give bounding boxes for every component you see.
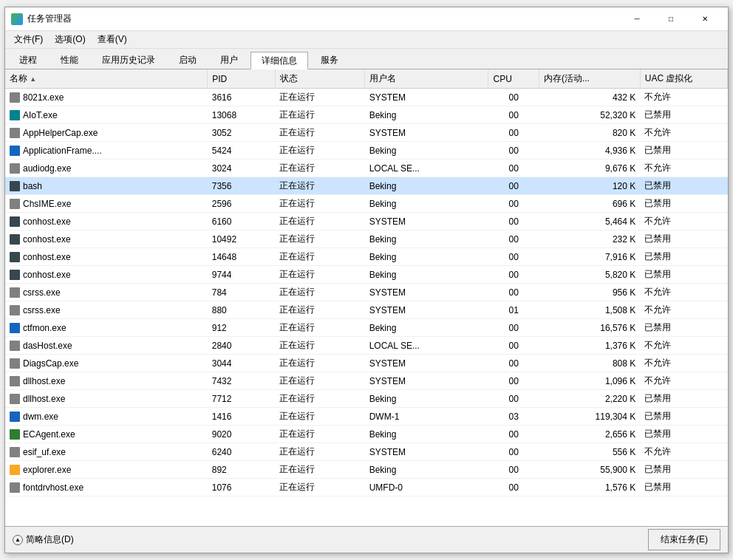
- cell-user: Beking: [365, 177, 488, 195]
- cell-memory: 1,376 K: [539, 337, 640, 355]
- cell-pid: 912: [208, 319, 275, 337]
- proc-name-text: AppHelperCap.exe: [23, 128, 98, 138]
- col-header-memory[interactable]: 内存(活动...: [539, 69, 640, 89]
- cell-user: Beking: [365, 106, 488, 124]
- cell-cpu: 00: [488, 177, 539, 195]
- table-row[interactable]: dllhost.exe 7712 正在运行 Beking 00 2,220 K …: [5, 390, 728, 408]
- proc-name-text: audiodg.exe: [23, 163, 71, 174]
- cell-memory: 808 K: [539, 355, 640, 372]
- cell-cpu: 01: [488, 301, 539, 319]
- proc-name-text: csrss.exe: [23, 305, 61, 315]
- cell-uac: 已禁用: [640, 106, 727, 124]
- proc-name-text: csrss.exe: [23, 287, 61, 298]
- tab-users[interactable]: 用户: [209, 51, 249, 69]
- cell-pid: 784: [208, 284, 275, 301]
- proc-name-text: ECAgent.exe: [23, 429, 75, 440]
- process-table-container[interactable]: 名称 ▲ PID 状态 用户名 CPU 内存(活动... UAC 虚拟化: [5, 69, 728, 526]
- cell-memory: 55,900 K: [539, 461, 640, 479]
- table-row[interactable]: fontdrvhost.exe 1076 正在运行 UMFD-0 00 1,57…: [5, 479, 728, 496]
- tab-details[interactable]: 详细信息: [250, 52, 308, 69]
- cell-uac: 不允许: [640, 443, 727, 461]
- content-area: 名称 ▲ PID 状态 用户名 CPU 内存(活动... UAC 虚拟化: [5, 69, 728, 526]
- window-title: 任务管理器: [27, 13, 620, 25]
- col-header-uac[interactable]: UAC 虚拟化: [640, 69, 727, 89]
- table-row[interactable]: bash 7356 正在运行 Beking 00 120 K 已禁用: [5, 177, 728, 195]
- table-row[interactable]: conhost.exe 6160 正在运行 SYSTEM 00 5,464 K …: [5, 213, 728, 231]
- tab-startup[interactable]: 启动: [168, 51, 208, 69]
- col-header-user[interactable]: 用户名: [365, 69, 488, 89]
- menu-options[interactable]: 选项(O): [49, 31, 91, 48]
- proc-name-text: 8021x.exe: [23, 92, 64, 103]
- cell-uac: 已禁用: [640, 142, 727, 160]
- maximize-button[interactable]: □: [654, 7, 688, 31]
- table-row[interactable]: DiagsCap.exe 3044 正在运行 SYSTEM 00 808 K 不…: [5, 355, 728, 372]
- cell-uac: 已禁用: [640, 177, 727, 195]
- table-row[interactable]: AIoT.exe 13068 正在运行 Beking 00 52,320 K 已…: [5, 106, 728, 124]
- proc-icon: [10, 110, 20, 120]
- table-row[interactable]: csrss.exe 880 正在运行 SYSTEM 01 1,508 K 不允许: [5, 301, 728, 319]
- summary-toggle[interactable]: ▲ 简略信息(D): [13, 533, 74, 546]
- table-row[interactable]: dwm.exe 1416 正在运行 DWM-1 03 119,304 K 已禁用: [5, 408, 728, 426]
- table-row[interactable]: ctfmon.exe 912 正在运行 Beking 00 16,576 K 已…: [5, 319, 728, 337]
- cell-memory: 820 K: [539, 124, 640, 142]
- table-row[interactable]: conhost.exe 14648 正在运行 Beking 00 7,916 K…: [5, 248, 728, 266]
- tab-app-history[interactable]: 应用历史记录: [91, 51, 166, 69]
- table-row[interactable]: explorer.exe 892 正在运行 Beking 00 55,900 K…: [5, 461, 728, 479]
- proc-icon: [10, 465, 20, 475]
- cell-pid: 3044: [208, 355, 275, 372]
- minimize-button[interactable]: ─: [620, 7, 654, 31]
- tab-performance[interactable]: 性能: [50, 51, 89, 69]
- close-button[interactable]: ✕: [688, 7, 722, 31]
- end-task-button[interactable]: 结束任务(E): [648, 529, 720, 550]
- table-row[interactable]: conhost.exe 9744 正在运行 Beking 00 5,820 K …: [5, 266, 728, 284]
- proc-icon: [10, 181, 20, 191]
- cell-pid: 7712: [208, 390, 275, 408]
- col-header-pid[interactable]: PID: [208, 69, 275, 89]
- summary-arrow-icon: ▲: [13, 535, 23, 545]
- cell-uac: 已禁用: [640, 195, 727, 213]
- proc-icon: [10, 482, 20, 493]
- cell-status: 正在运行: [275, 479, 365, 496]
- table-row[interactable]: ECAgent.exe 9020 正在运行 Beking 00 2,656 K …: [5, 426, 728, 443]
- cell-user: LOCAL SE...: [365, 160, 488, 177]
- col-header-status[interactable]: 状态: [275, 69, 365, 89]
- app-icon: [11, 13, 23, 25]
- table-row[interactable]: audiodg.exe 3024 正在运行 LOCAL SE... 00 9,6…: [5, 160, 728, 177]
- tab-process[interactable]: 进程: [8, 51, 48, 69]
- cell-cpu: 03: [488, 408, 539, 426]
- cell-uac: 已禁用: [640, 248, 727, 266]
- cell-name: conhost.exe: [5, 248, 208, 266]
- cell-cpu: 00: [488, 231, 539, 248]
- table-row[interactable]: AppHelperCap.exe 3052 正在运行 SYSTEM 00 820…: [5, 124, 728, 142]
- cell-status: 正在运行: [275, 124, 365, 142]
- cell-status: 正在运行: [275, 301, 365, 319]
- cell-uac: 不允许: [640, 301, 727, 319]
- cell-uac: 不允许: [640, 124, 727, 142]
- proc-icon: [10, 234, 20, 245]
- cell-status: 正在运行: [275, 319, 365, 337]
- table-row[interactable]: conhost.exe 10492 正在运行 Beking 00 232 K 已…: [5, 231, 728, 248]
- table-row[interactable]: dllhost.exe 7432 正在运行 SYSTEM 00 1,096 K …: [5, 372, 728, 390]
- col-header-cpu[interactable]: CPU: [488, 69, 539, 89]
- table-row[interactable]: 8021x.exe 3616 正在运行 SYSTEM 00 432 K 不允许: [5, 89, 728, 106]
- table-row[interactable]: esif_uf.exe 6240 正在运行 SYSTEM 00 556 K 不允…: [5, 443, 728, 461]
- table-row[interactable]: dasHost.exe 2840 正在运行 LOCAL SE... 00 1,3…: [5, 337, 728, 355]
- proc-icon: [10, 216, 20, 227]
- proc-icon: [10, 429, 20, 440]
- menu-view[interactable]: 查看(V): [92, 31, 133, 48]
- cell-cpu: 00: [488, 426, 539, 443]
- col-header-name[interactable]: 名称 ▲: [5, 69, 208, 89]
- cell-cpu: 00: [488, 124, 539, 142]
- cell-uac: 已禁用: [640, 390, 727, 408]
- tab-services[interactable]: 服务: [310, 51, 350, 69]
- proc-name-text: conhost.exe: [23, 270, 71, 280]
- cell-memory: 556 K: [539, 443, 640, 461]
- table-row[interactable]: csrss.exe 784 正在运行 SYSTEM 00 956 K 不允许: [5, 284, 728, 301]
- table-row[interactable]: ChsIME.exe 2596 正在运行 Beking 00 696 K 已禁用: [5, 195, 728, 213]
- cell-name: dllhost.exe: [5, 372, 208, 390]
- tabs-bar: 进程 性能 应用历史记录 启动 用户 详细信息 服务: [5, 49, 728, 69]
- table-row[interactable]: ApplicationFrame.... 5424 正在运行 Beking 00…: [5, 142, 728, 160]
- proc-name-text: dwm.exe: [23, 412, 58, 422]
- menu-file[interactable]: 文件(F): [8, 31, 49, 48]
- cell-name: ChsIME.exe: [5, 195, 208, 213]
